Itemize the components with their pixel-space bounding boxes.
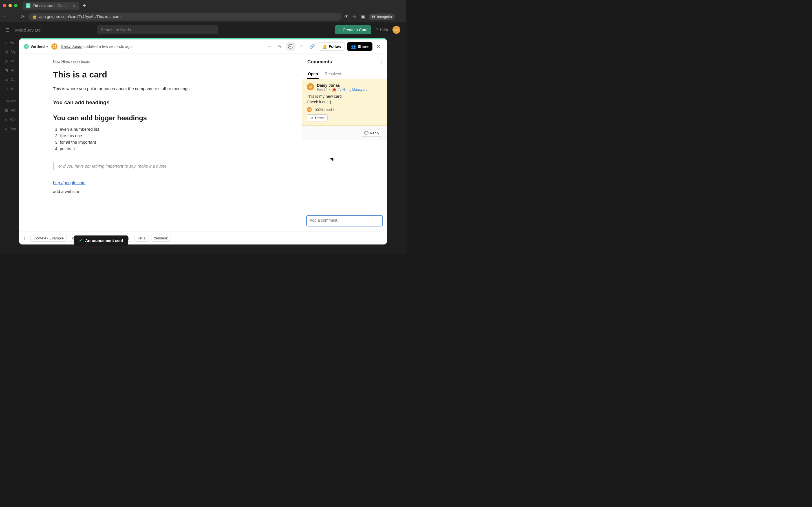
ordered-list: even a numbered list like this one for a…	[53, 126, 268, 152]
collapse-panel-icon[interactable]: →|	[375, 59, 382, 65]
bell-icon: 🔔	[322, 44, 327, 49]
sidebar-section: Collecti	[0, 94, 19, 106]
reply-row: 💬 Reply	[302, 126, 387, 140]
hamburger-icon[interactable]: ☰	[6, 27, 10, 33]
url-text: app.getguru.com/card/Tr4Aya6c/This-is-a-…	[39, 14, 122, 19]
back-button[interactable]: ←	[3, 14, 8, 19]
comment-avatar: DJ	[307, 83, 314, 91]
comment-recipients: To Hiring Managers	[338, 88, 367, 92]
follow-label: Follow	[329, 44, 341, 49]
tab-bar: G This is a card | Guru ✕ +	[0, 0, 406, 11]
link-caption: add a website	[53, 189, 268, 194]
new-tab-button[interactable]: +	[81, 3, 88, 9]
reply-button[interactable]: 💬 Reply	[361, 129, 382, 136]
edit-icon[interactable]: ✎	[276, 42, 284, 51]
user-avatar[interactable]: DJ	[393, 26, 400, 34]
sidebar-item[interactable]: ▭Ca	[0, 75, 19, 84]
link-icon[interactable]: 🔗	[308, 42, 316, 51]
org-name: Mood Joy Ltd	[15, 27, 41, 33]
tag[interactable]: tier 1	[135, 235, 149, 242]
comments-tabs: Open Resolved	[302, 67, 387, 79]
author-link[interactable]: Daisy Jonas	[61, 44, 82, 49]
create-card-button[interactable]: + Create a Card	[335, 25, 371, 34]
sidebar-item[interactable]: ◔Ta	[0, 56, 19, 66]
address-bar[interactable]: 🔒 app.getguru.com/card/Tr4Aya6c/This-is-…	[28, 13, 342, 20]
heart-icon[interactable]: ♡	[297, 42, 306, 51]
sidebar-item[interactable]: ⌂Ho	[0, 38, 19, 47]
app-background: ☰ Mood Joy Ltd Search for Cards + Create…	[0, 22, 406, 253]
comment-more-icon[interactable]: ⋮	[378, 83, 382, 89]
plus-icon: +	[339, 27, 341, 32]
forward-button[interactable]: →	[11, 14, 17, 19]
minimize-window-icon[interactable]	[8, 4, 12, 7]
share-button[interactable]: 👥 Share	[347, 42, 372, 51]
close-tab-icon[interactable]: ✕	[72, 4, 75, 8]
search-input[interactable]: Search for Cards	[97, 25, 218, 34]
app-header: ☰ Mood Joy Ltd Search for Cards + Create…	[0, 22, 406, 38]
follow-button[interactable]: 🔔 Follow	[319, 42, 345, 51]
comment-icon[interactable]: 💬	[287, 42, 295, 51]
reader-avatar: DJ	[307, 107, 312, 112]
browser-menu-icon[interactable]: ⋮	[399, 14, 403, 19]
tag[interactable]: Context - Example	[31, 235, 67, 242]
incognito-badge[interactable]: 🕶 Incognito	[369, 13, 395, 20]
sidebar-item[interactable]: ⬔An	[0, 66, 19, 75]
sidebar-item[interactable]: ▦All	[0, 106, 19, 115]
react-label: React	[315, 116, 324, 120]
help-icon: ?	[376, 27, 378, 32]
breadcrumb-child[interactable]: new board	[73, 59, 91, 64]
card-modal: ✓ Verified ▾ DJ Daisy Jonas updated a fe…	[19, 38, 387, 244]
external-link[interactable]: http://google.com	[53, 180, 86, 185]
tag[interactable]: zendesk	[151, 235, 171, 242]
tab-resolved[interactable]: Resolved	[324, 69, 342, 79]
help-label: Help	[380, 27, 388, 32]
maximize-window-icon[interactable]	[14, 4, 17, 7]
card-title: This is a card	[53, 70, 268, 79]
card-toolbar: ✓ Verified ▾ DJ Daisy Jonas updated a fe…	[19, 40, 387, 54]
react-button[interactable]: ☺ React	[307, 114, 327, 121]
updated-text: updated a few seconds ago	[84, 44, 132, 49]
incognito-label: Incognito	[377, 15, 392, 19]
verified-dropdown[interactable]: ✓ Verified ▾	[24, 44, 48, 49]
browser-chrome: G This is a card | Guru ✕ + ← → ⟳ 🔒 app.…	[0, 0, 406, 22]
read-status: DJ 100% read it	[307, 107, 382, 112]
sidebar-item[interactable]: ⬡Te	[0, 84, 19, 94]
extension-icon[interactable]: ▣	[361, 14, 365, 19]
more-icon[interactable]: ⋯	[265, 42, 273, 51]
browser-tab[interactable]: G This is a card | Guru ✕	[22, 2, 79, 10]
share-label: Share	[357, 44, 368, 49]
sidebar-item[interactable]: ◈Ten	[0, 124, 19, 133]
emoji-icon: ☺	[310, 116, 313, 120]
sidebar-item[interactable]: ◈We	[0, 115, 19, 124]
star-icon[interactable]: ☆	[353, 14, 357, 19]
comment-item: DJ Daisy Jonas Feb 24 • 📤 To Hiring Mana…	[302, 79, 387, 126]
close-modal-button[interactable]: ✕	[375, 43, 382, 50]
sidebar: ⌂Ho ▤My ◔Ta ⬔An ▭Ca ⬡Te Collecti ▦All ◈W…	[0, 38, 19, 133]
incognito-icon: 🕶	[371, 15, 375, 19]
check-icon: ✓	[79, 238, 82, 243]
intro-paragraph: This is where you put information about …	[53, 86, 268, 91]
list-item: points :)	[60, 145, 268, 152]
comments-title: Comments	[307, 59, 332, 65]
verified-label: Verified	[31, 44, 45, 49]
search-placeholder: Search for Cards	[101, 27, 131, 32]
reload-button[interactable]: ⟳	[20, 14, 26, 19]
comment-input[interactable]	[306, 215, 383, 226]
chevron-down-icon: ▾	[47, 45, 48, 48]
author-avatar: DJ	[51, 43, 57, 50]
eye-off-icon[interactable]: 👁	[344, 14, 349, 19]
window-controls	[3, 4, 17, 7]
tab-open[interactable]: Open	[307, 69, 319, 79]
toast-notification: ✓ Announcement sent	[74, 235, 128, 245]
close-window-icon[interactable]	[3, 4, 6, 7]
sidebar-item[interactable]: ▤My	[0, 47, 19, 56]
tab-title: This is a card | Guru	[33, 4, 66, 8]
list-item: even a numbered list	[60, 126, 268, 132]
list-item: for all the important	[60, 139, 268, 145]
list-item: like this one	[60, 132, 268, 139]
read-label: 100% read it	[314, 108, 335, 112]
comment-body: This is my new card Check it out :)	[307, 94, 382, 105]
toast-message: Announcement sent	[85, 238, 123, 243]
breadcrumb-parent[interactable]: New Hires	[53, 59, 70, 64]
help-link[interactable]: ? Help	[376, 27, 388, 32]
